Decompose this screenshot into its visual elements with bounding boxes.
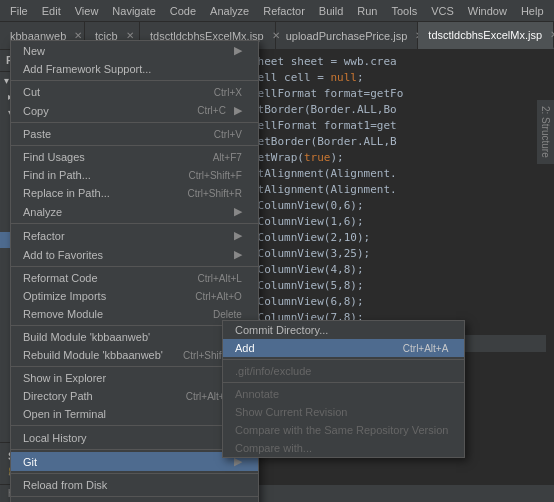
menu-item-paste[interactable]: Paste Ctrl+V: [11, 125, 258, 143]
menu-separator: [11, 473, 258, 474]
menu-item-copy[interactable]: Copy Ctrl+C ▶: [11, 101, 258, 120]
menu-separator: [11, 366, 258, 367]
menu-item-build-module[interactable]: Build Module 'kbbaanweb': [11, 328, 258, 346]
git-compare-same: Compare with the Same Repository Version: [223, 421, 464, 439]
menu-item-replace-in-path[interactable]: Replace in Path... Ctrl+Shift+R: [11, 184, 258, 202]
menu-item-label: Cut: [23, 86, 194, 98]
menu-item-shortcut: Ctrl+Alt+L: [197, 273, 241, 284]
menu-item-label: Directory Path: [23, 390, 166, 402]
menu-item-reload[interactable]: Reload from Disk: [11, 476, 258, 494]
tab-close[interactable]: ✕: [550, 29, 554, 40]
git-compare-with: Compare with...: [223, 439, 464, 457]
menu-item-label: Reload from Disk: [23, 479, 242, 491]
menu-item-label: Add Framework Support...: [23, 63, 242, 75]
menu-item-analyze[interactable]: Analyze ▶: [11, 202, 258, 221]
menu-file[interactable]: File: [4, 3, 34, 19]
menu-item-label: Open in Terminal: [23, 408, 242, 420]
menu-item-label: Reformat Code: [23, 272, 177, 284]
menu-separator: [223, 382, 464, 383]
menu-item-label: Copy: [23, 105, 177, 117]
menu-item-label: Paste: [23, 128, 194, 140]
menu-item-label: .git/info/exclude: [235, 365, 448, 377]
menu-view[interactable]: View: [69, 3, 105, 19]
menu-item-remove-module[interactable]: Remove Module Delete: [11, 305, 258, 323]
git-show-current: Show Current Revision: [223, 403, 464, 421]
menu-item-label: Find Usages: [23, 151, 193, 163]
submenu-arrow: ▶: [234, 229, 242, 242]
menu-analyze[interactable]: Analyze: [204, 3, 255, 19]
menu-item-label: Rebuild Module 'kbbaanweb': [23, 349, 163, 361]
tree-expand-icon: ▾: [4, 75, 9, 86]
structure-side-label[interactable]: 2: Structure: [536, 100, 554, 164]
menu-item-directory-path[interactable]: Directory Path Ctrl+Alt+F12: [11, 387, 258, 405]
menu-code[interactable]: Code: [164, 3, 202, 19]
menu-item-label: Local History: [23, 432, 226, 444]
menu-item-label: Refactor: [23, 230, 226, 242]
menu-item-label: Commit Directory...: [235, 324, 448, 336]
tab-label: tdsctldcbhsExcelMx.jsp: [428, 29, 542, 41]
menu-item-find-in-path[interactable]: Find in Path... Ctrl+Shift+F: [11, 166, 258, 184]
menu-item-add-to-favorites[interactable]: Add to Favorites ▶: [11, 245, 258, 264]
menu-item-reformat[interactable]: Reformat Code Ctrl+Alt+L: [11, 269, 258, 287]
menu-item-label: Compare with...: [235, 442, 448, 454]
menu-item-find-usages[interactable]: Find Usages Alt+F7: [11, 148, 258, 166]
menu-item-open-in-terminal[interactable]: Open in Terminal: [11, 405, 258, 423]
menu-item-shortcut: Ctrl+Shift+R: [187, 188, 241, 199]
menu-run[interactable]: Run: [351, 3, 383, 19]
menu-window[interactable]: Window: [462, 3, 513, 19]
menu-separator: [11, 449, 258, 450]
menu-item-label: Show in Explorer: [23, 372, 242, 384]
menu-item-shortcut: Ctrl+Alt+O: [195, 291, 242, 302]
menu-item-label: Compare with the Same Repository Version: [235, 424, 448, 436]
git-annotate: Annotate: [223, 385, 464, 403]
submenu-arrow: ▶: [234, 104, 242, 117]
menu-item-label: Git: [23, 456, 226, 468]
menu-edit[interactable]: Edit: [36, 3, 67, 19]
git-add[interactable]: Add Ctrl+Alt+A: [223, 339, 464, 357]
menu-item-label: Analyze: [23, 206, 226, 218]
menu-separator: [11, 145, 258, 146]
menu-separator: [11, 122, 258, 123]
menu-item-show-in-explorer[interactable]: Show in Explorer: [11, 369, 258, 387]
git-commit-dir[interactable]: Commit Directory...: [223, 321, 464, 339]
menu-item-refactor[interactable]: Refactor ▶: [11, 226, 258, 245]
menu-item-label: Optimize Imports: [23, 290, 175, 302]
menu-item-label: New: [23, 45, 226, 57]
menu-navigate[interactable]: Navigate: [106, 3, 161, 19]
menu-separator: [11, 80, 258, 81]
menu-help[interactable]: Help: [515, 3, 550, 19]
git-info-exclude: .git/info/exclude: [223, 362, 464, 380]
menu-separator: [11, 325, 258, 326]
menu-item-label: Replace in Path...: [23, 187, 167, 199]
menu-item-cut[interactable]: Cut Ctrl+X: [11, 83, 258, 101]
menu-item-new[interactable]: New ▶: [11, 41, 258, 60]
menu-tools[interactable]: Tools: [385, 3, 423, 19]
menu-item-shortcut: Alt+F7: [213, 152, 242, 163]
menu-item-optimize[interactable]: Optimize Imports Ctrl+Alt+O: [11, 287, 258, 305]
tab-upload[interactable]: uploadPurchasePrice.jsp ✕: [276, 22, 419, 49]
menu-item-shortcut: Delete: [213, 309, 242, 320]
menu-vcs[interactable]: VCS: [425, 3, 460, 19]
menu-separator: [11, 496, 258, 497]
submenu-arrow: ▶: [234, 205, 242, 218]
tab-tdsctldcbhs-active[interactable]: tdsctldcbhsExcelMx.jsp ✕: [418, 22, 554, 49]
menu-item-shortcut: Ctrl+V: [214, 129, 242, 140]
menu-item-label: Add to Favorites: [23, 249, 226, 261]
menu-refactor[interactable]: Refactor: [257, 3, 311, 19]
menu-item-label: Find in Path...: [23, 169, 169, 181]
menu-item-label: Show Current Revision: [235, 406, 448, 418]
menu-separator: [11, 223, 258, 224]
menu-item-label: Annotate: [235, 388, 448, 400]
menu-item-local-history[interactable]: Local History ▶: [11, 428, 258, 447]
menu-separator: [11, 266, 258, 267]
menu-item-add-framework[interactable]: Add Framework Support...: [11, 60, 258, 78]
menu-item-rebuild-module[interactable]: Rebuild Module 'kbbaanweb' Ctrl+Shift+F9: [11, 346, 258, 364]
git-submenu: Commit Directory... Add Ctrl+Alt+A .git/…: [222, 320, 465, 458]
menu-item-label: Build Module 'kbbaanweb': [23, 331, 242, 343]
menu-item-label: Add: [235, 342, 383, 354]
menu-item-git[interactable]: Git ▶: [11, 452, 258, 471]
menu-item-shortcut: Ctrl+X: [214, 87, 242, 98]
tab-label: uploadPurchasePrice.jsp: [286, 30, 408, 42]
menu-build[interactable]: Build: [313, 3, 349, 19]
menu-item-label: Remove Module: [23, 308, 193, 320]
